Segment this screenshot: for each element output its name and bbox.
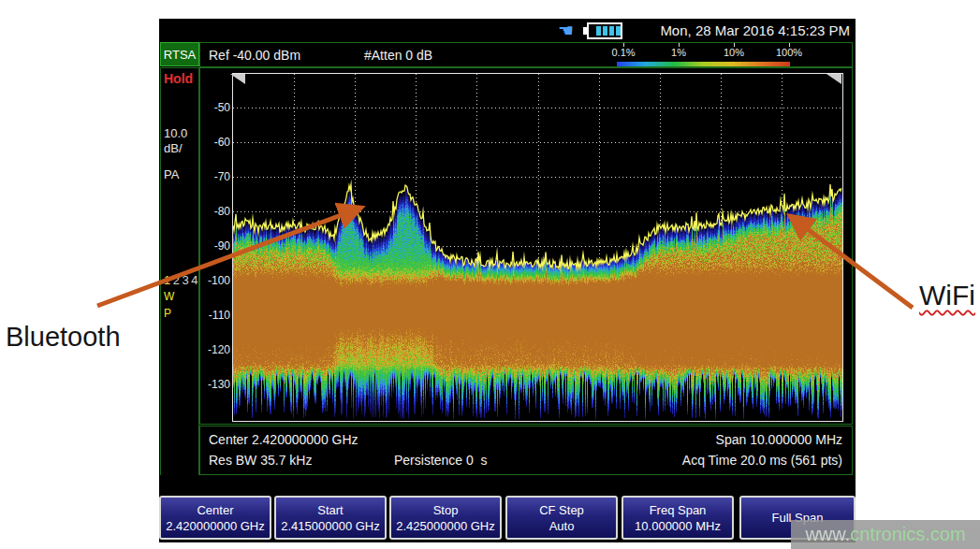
watermark: www.cntronics.com [791, 520, 980, 549]
left-annotation-column: Hold 10.0 dB/ PA 1234 W P [160, 67, 199, 486]
softkey-label: Freq Span [650, 502, 707, 518]
ref-level-readout: Ref -40.00 dBm [209, 48, 300, 63]
scale-label-01: 0.1% [611, 47, 635, 58]
scale-label-10: 10% [724, 47, 744, 58]
spectrum-plot-frame [232, 73, 843, 422]
datetime-display: Mon, 28 Mar 2016 4:15:23 PM [631, 22, 850, 38]
trace-indicators: 1234 [164, 273, 200, 287]
softkey-stop[interactable]: Stop 2.425000000 GHz [389, 496, 502, 540]
scale-per-div-unit: dB/ [164, 141, 183, 155]
softkey-label: CF Step [539, 502, 584, 518]
softkey-value: 2.415000000 GHz [281, 518, 380, 534]
scale-label-1: 1% [671, 47, 686, 58]
annotation-bar: Ref -40.00 dBm #Atten 0 dB 0.1% 1% 10% 1… [199, 42, 853, 67]
mode-badge-rtsa: RTSA [160, 42, 199, 66]
wifi-callout-label: WiFi [919, 280, 975, 311]
y-tick-label: -60 [198, 134, 230, 151]
density-scale-bar [617, 62, 790, 66]
rbw-readout: Res BW 35.7 kHz [209, 453, 312, 468]
battery-icon [582, 22, 623, 40]
softkey-label: Center [197, 502, 233, 518]
attenuation-readout: #Atten 0 dB [364, 48, 432, 63]
softkey-center[interactable]: Center 2.420000000 GHz [159, 496, 271, 540]
traces-2-3-4: 234 [173, 273, 200, 287]
softkey-label: Stop [433, 502, 459, 518]
acq-time-readout: Acq Time 20.0 ms (561 pts) [682, 453, 842, 468]
watermark-domain: cntronics.com [850, 524, 965, 545]
preamp-indicator: PA [164, 167, 179, 181]
softkey-value: 10.000000 MHz [635, 518, 721, 534]
y-tick-label: -90 [198, 238, 230, 254]
center-freq-readout: Center 2.420000000 GHz [209, 432, 358, 447]
touch-pointer-icon: ☚ [558, 20, 574, 41]
trace-mode-write: W [164, 290, 174, 303]
persistence-readout: Persistence 0 s [394, 453, 488, 468]
softkey-value: Auto [549, 518, 575, 534]
spectrum-density-canvas [233, 74, 842, 421]
hold-indicator: Hold [164, 71, 193, 86]
scale-per-div-value: 10.0 [164, 126, 187, 140]
y-tick-label: -100 [198, 272, 230, 289]
status-bar: Center 2.420000000 GHz Span 10.000000 MH… [199, 426, 853, 475]
y-tick-label: -120 [198, 341, 230, 358]
y-tick-label: -50 [198, 99, 230, 116]
trace-1-active: 1 [164, 273, 173, 287]
detector-peak: P [164, 307, 171, 320]
y-tick-label: -80 [198, 203, 230, 220]
softkey-freq-span[interactable]: Freq Span 10.000000 MHz [622, 496, 734, 540]
span-readout: Span 10.000000 MHz [716, 432, 842, 447]
y-tick-label: -130 [198, 376, 230, 393]
softkey-value: 2.425000000 GHz [396, 518, 495, 534]
softkey-label: Start [317, 502, 343, 518]
y-tick-label: -70 [198, 168, 230, 185]
softkey-start[interactable]: Start 2.415000000 GHz [274, 496, 387, 540]
softkey-cf-step[interactable]: CF Step Auto [505, 496, 618, 540]
mode-label: RTSA [164, 48, 196, 62]
y-tick-label: -110 [198, 307, 230, 324]
softkey-value: 2.420000000 GHz [166, 518, 265, 534]
watermark-prefix: www. [805, 524, 850, 545]
bluetooth-callout-label: Bluetooth [6, 322, 121, 353]
page: ☚ Mon, 28 Mar 2016 4:15:23 PM RTSA Ref -… [0, 0, 980, 549]
scale-label-100: 100% [776, 47, 802, 58]
